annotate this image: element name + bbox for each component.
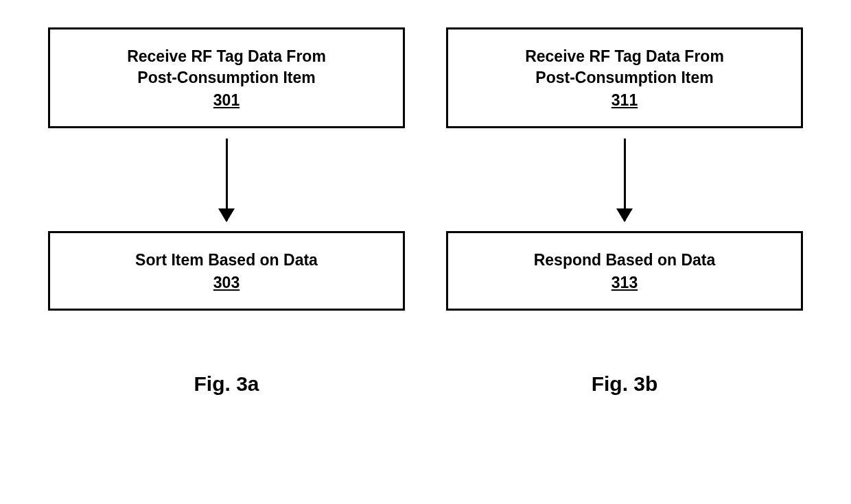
figure-label-3a: Fig. 3a	[194, 372, 259, 396]
diagram-container: Receive RF Tag Data FromPost-Consumption…	[0, 0, 851, 396]
step-box-303: Sort Item Based on Data 303	[48, 231, 405, 311]
step-box-313: Respond Based on Data 313	[446, 231, 803, 311]
step-title: Receive RF Tag Data FromPost-Consumption…	[64, 46, 389, 88]
step-box-311: Receive RF Tag Data FromPost-Consumption…	[446, 27, 803, 128]
step-title: Respond Based on Data	[462, 250, 787, 271]
flowchart-3a: Receive RF Tag Data FromPost-Consumption…	[48, 27, 405, 396]
arrow-3a	[226, 128, 228, 231]
step-box-301: Receive RF Tag Data FromPost-Consumption…	[48, 27, 405, 128]
step-ref: 313	[611, 274, 638, 292]
step-title: Sort Item Based on Data	[64, 250, 389, 271]
step-title: Receive RF Tag Data FromPost-Consumption…	[462, 46, 787, 88]
flowchart-3b: Receive RF Tag Data FromPost-Consumption…	[446, 27, 803, 396]
arrow-down-icon	[624, 139, 626, 221]
step-ref: 311	[611, 91, 638, 110]
step-ref: 301	[213, 91, 240, 110]
step-ref: 303	[213, 274, 240, 292]
arrow-down-icon	[226, 139, 228, 221]
figure-label-3b: Fig. 3b	[592, 372, 658, 396]
arrow-3b	[624, 128, 626, 231]
